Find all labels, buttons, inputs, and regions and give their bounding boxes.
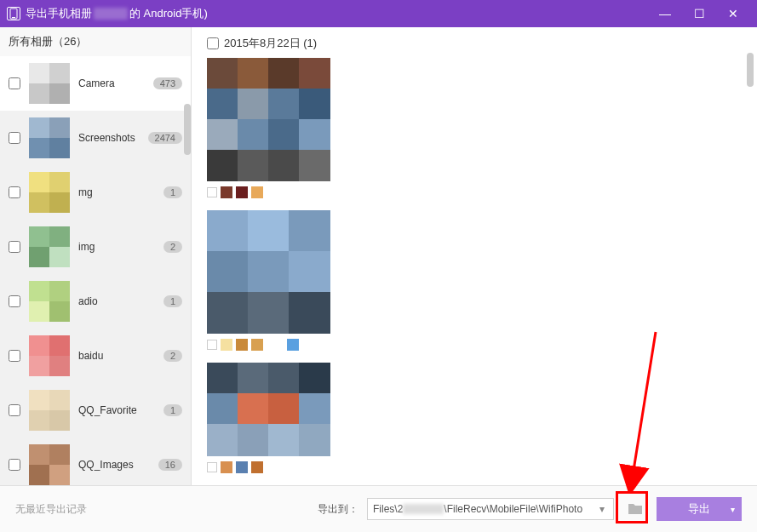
album-thumbnail — [29, 63, 70, 104]
browse-folder-button[interactable] — [622, 496, 648, 522]
album-checkbox[interactable] — [9, 77, 20, 89]
sidebar-header: 所有相册（26） — [0, 27, 191, 56]
album-thumbnail — [29, 335, 70, 376]
photo-checkbox[interactable] — [207, 187, 217, 197]
minimize-button[interactable]: — — [648, 0, 682, 27]
photo-item[interactable] — [207, 363, 742, 473]
album-count-badge: 1 — [163, 404, 182, 416]
photo-thumbnail[interactable] — [207, 58, 330, 181]
svg-rect-1 — [12, 17, 15, 18]
color-swatch — [251, 461, 263, 473]
album-name: QQ_Images — [78, 459, 150, 471]
album-item[interactable]: QQ_Favorite1 — [0, 383, 191, 438]
album-name: mg — [78, 186, 155, 198]
phone-icon — [7, 7, 20, 20]
album-checkbox[interactable] — [9, 132, 20, 144]
album-item[interactable]: baidu2 — [0, 329, 191, 383]
chevron-down-icon: ▾ — [731, 505, 735, 514]
photo-content[interactable]: 2015年8月22日 (1) — [192, 27, 757, 485]
color-strip — [207, 461, 742, 473]
date-group-header[interactable]: 2015年8月22日 (1) — [207, 36, 742, 51]
photo-thumbnail[interactable] — [207, 210, 330, 334]
sidebar: 所有相册（26） Camera473Screenshots2474mg1img2… — [0, 27, 192, 485]
album-thumbnail — [29, 226, 70, 267]
color-swatch — [236, 186, 248, 198]
path-dropdown-icon[interactable]: ▾ — [596, 503, 608, 515]
album-name: baidu — [78, 350, 155, 362]
album-name: Screenshots — [78, 132, 140, 144]
album-thumbnail — [29, 444, 70, 485]
album-count-badge: 473 — [153, 77, 182, 89]
close-button[interactable]: ✕ — [716, 0, 750, 27]
photo-checkbox[interactable] — [207, 462, 217, 472]
titlebar: 导出手机相册的 Android手机) — ☐ ✕ — [0, 0, 757, 27]
album-count-badge: 2 — [163, 350, 182, 362]
color-swatch — [221, 186, 232, 198]
main-panel: 2015年8月22日 (1) — [192, 27, 757, 485]
album-count-badge: 1 — [163, 295, 182, 307]
blurred-text — [94, 8, 128, 20]
photo-item[interactable] — [207, 210, 742, 351]
maximize-button[interactable]: ☐ — [682, 0, 716, 27]
album-item[interactable]: Camera473 — [0, 56, 191, 111]
album-checkbox[interactable] — [9, 186, 20, 198]
album-thumbnail — [29, 390, 70, 431]
album-checkbox[interactable] — [9, 241, 20, 253]
date-checkbox[interactable] — [207, 37, 219, 49]
album-item[interactable]: img2 — [0, 220, 191, 274]
color-swatch — [251, 339, 263, 351]
color-swatch — [221, 339, 232, 351]
album-thumbnail — [29, 172, 70, 213]
album-list[interactable]: Camera473Screenshots2474mg1img2adio1baid… — [0, 56, 191, 485]
photo-checkbox[interactable] — [207, 340, 217, 350]
album-checkbox[interactable] — [9, 459, 20, 471]
album-item[interactable]: QQ_Images16 — [0, 438, 191, 485]
album-item[interactable]: mg1 — [0, 165, 191, 220]
album-count-badge: 1 — [163, 186, 182, 198]
album-checkbox[interactable] — [9, 404, 20, 416]
date-label: 2015年8月22日 (1) — [224, 36, 317, 51]
main-scrollbar[interactable] — [747, 53, 754, 87]
color-swatch — [251, 186, 263, 198]
album-name: QQ_Favorite — [78, 404, 155, 416]
window-title: 导出手机相册的 Android手机) — [26, 6, 648, 21]
album-name: adio — [78, 295, 155, 307]
color-swatch — [221, 461, 232, 473]
album-count-badge: 16 — [158, 459, 182, 471]
album-checkbox[interactable] — [9, 295, 20, 307]
blurred-text — [403, 504, 444, 514]
album-name: Camera — [78, 77, 145, 89]
color-swatch — [236, 339, 248, 351]
album-count-badge: 2 — [163, 241, 182, 253]
album-thumbnail — [29, 281, 70, 322]
album-item[interactable]: Screenshots2474 — [0, 111, 191, 165]
album-name: img — [78, 241, 155, 253]
footer: 无最近导出记录 导出到： Files\2\FileRecv\MobileFile… — [0, 485, 757, 532]
photo-item[interactable] — [207, 58, 742, 198]
sidebar-scrollbar[interactable] — [184, 104, 191, 155]
export-to-label: 导出到： — [318, 502, 358, 517]
export-button[interactable]: 导出 ▾ — [657, 497, 742, 521]
album-item[interactable]: adio1 — [0, 274, 191, 329]
album-checkbox[interactable] — [9, 350, 20, 362]
color-strip — [207, 186, 742, 198]
album-thumbnail — [29, 117, 70, 158]
color-swatch — [287, 339, 299, 351]
color-swatch — [236, 461, 248, 473]
export-path-input[interactable]: Files\2\FileRecv\MobileFile\WifiPhoto ▾ — [367, 498, 614, 520]
photo-thumbnail[interactable] — [207, 363, 330, 456]
recent-export-label: 无最近导出记录 — [15, 502, 87, 517]
color-strip — [207, 339, 742, 351]
album-count-badge: 2474 — [148, 132, 182, 144]
